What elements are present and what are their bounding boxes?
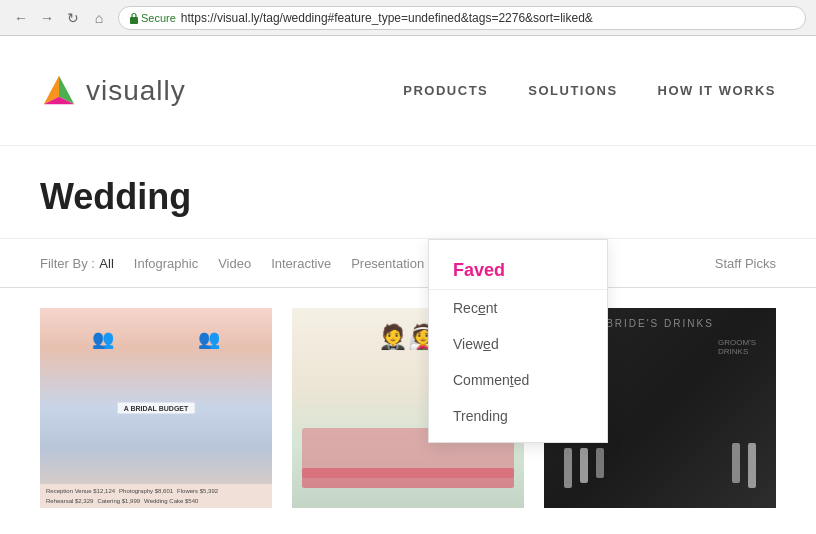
dropdown-header[interactable]: Faved: [429, 248, 607, 290]
filter-links: All Infographic Video Interactive Presen…: [99, 256, 424, 271]
svg-rect-0: [130, 17, 138, 24]
forward-button[interactable]: →: [36, 7, 58, 29]
main-nav: PRODUCTS SOLUTIONS HOW IT WORKS: [403, 83, 776, 98]
back-button[interactable]: ←: [10, 7, 32, 29]
filter-bar: Filter By : All Infographic Video Intera…: [0, 239, 816, 288]
image-grid: 👥 👥 A BRIDAL BUDGET Reception Venue $12,…: [0, 288, 816, 508]
url-display: https://visual.ly/tag/wedding#feature_ty…: [181, 11, 593, 25]
filter-video[interactable]: Video: [218, 256, 251, 271]
nav-how-it-works[interactable]: HOW IT WORKS: [658, 83, 776, 98]
page-title: Wedding: [40, 176, 776, 218]
filter-all[interactable]: All: [99, 256, 113, 271]
sort-recent[interactable]: Recent: [429, 290, 607, 326]
sort-dropdown: Faved Recent Viewed Commented Trending: [428, 239, 608, 443]
filter-infographic[interactable]: Infographic: [134, 256, 198, 271]
reload-button[interactable]: ↻: [62, 7, 84, 29]
browser-chrome: ← → ↻ ⌂ Secure https://visual.ly/tag/wed…: [0, 0, 816, 36]
sort-staff-picks[interactable]: Staff Picks: [715, 256, 776, 271]
grid-item-bridal-budget[interactable]: 👥 👥 A BRIDAL BUDGET Reception Venue $12,…: [40, 308, 272, 508]
home-button[interactable]: ⌂: [88, 7, 110, 29]
address-bar[interactable]: Secure https://visual.ly/tag/wedding#fea…: [118, 6, 806, 30]
filter-presentation[interactable]: Presentation: [351, 256, 424, 271]
filter-interactive[interactable]: Interactive: [271, 256, 331, 271]
browser-nav-buttons: ← → ↻ ⌂: [10, 7, 110, 29]
page-content: Wedding: [0, 146, 816, 239]
sort-commented[interactable]: Commented: [429, 362, 607, 398]
secure-label: Secure: [141, 12, 176, 24]
logo-text: visually: [86, 75, 186, 107]
site-header: visually PRODUCTS SOLUTIONS HOW IT WORKS: [0, 36, 816, 146]
sort-viewed[interactable]: Viewed: [429, 326, 607, 362]
secure-badge: Secure: [129, 12, 176, 24]
filter-label: Filter By :: [40, 256, 95, 271]
nav-products[interactable]: PRODUCTS: [403, 83, 488, 98]
sort-trending[interactable]: Trending: [429, 398, 607, 434]
logo-area: visually: [40, 72, 403, 110]
nav-solutions[interactable]: SOLUTIONS: [528, 83, 617, 98]
logo-icon: [40, 72, 78, 110]
